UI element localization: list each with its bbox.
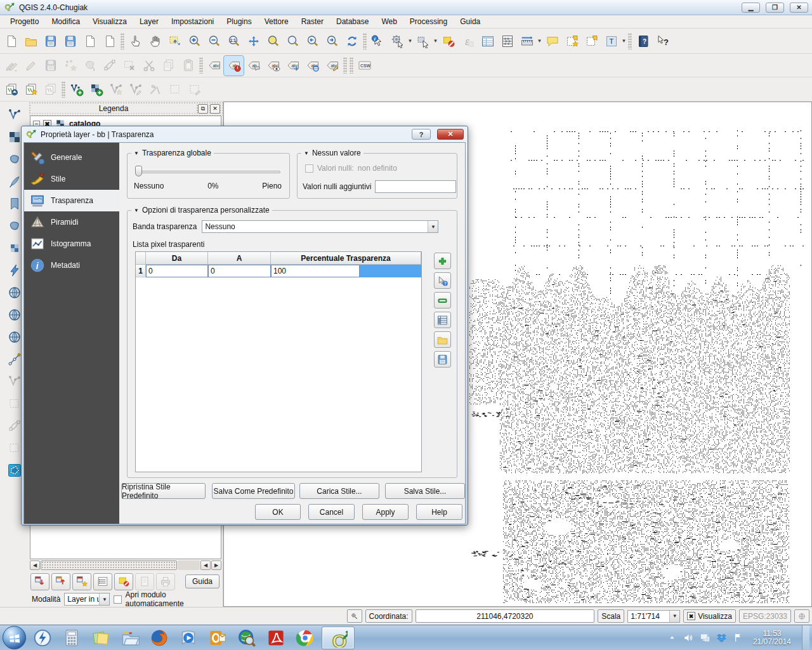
column-header-da[interactable]: Da [146,252,208,265]
labeling-icon[interactable]: abc [204,56,224,76]
ripristina-stile-predefinitobutton[interactable]: Ripristina Stile Predefinito [121,483,206,499]
adobe-reader-icon[interactable] [264,627,288,649]
zoom-actual-icon[interactable]: 1:1 [224,31,244,51]
ok-button[interactable]: OK [255,504,301,520]
map-tips-icon[interactable] [542,31,562,51]
menu-layer[interactable]: Layer [133,16,165,27]
save-project-icon[interactable] [41,31,60,51]
dialog-help-button[interactable]: ? [412,129,431,140]
salva-stile-button[interactable]: Salva Stile... [385,483,465,499]
outlook-icon[interactable] [206,627,230,649]
zoom-last-icon[interactable] [303,31,322,51]
select-features-dropdown-icon[interactable]: ▼ [433,38,438,44]
help-contents-icon[interactable]: ? [633,31,653,51]
volume-icon[interactable] [683,632,694,643]
chevron-down-icon[interactable]: ▼ [99,594,109,605]
properties-tab-istogramma[interactable]: Istogramma [24,233,119,255]
salva-come-predefinitobutton[interactable]: Salva Come Predefinito [212,483,295,499]
crs-globe-icon[interactable] [794,609,809,623]
panel-close-button[interactable]: ✕ [210,104,220,114]
selected-cell-highlight[interactable] [360,265,421,277]
collapse-triangle-icon[interactable]: ▼ [134,208,139,213]
composer-manager-icon[interactable] [100,31,119,51]
default-values-button[interactable] [434,312,451,328]
collapse-triangle-icon[interactable]: ▼ [134,150,139,156]
pan-to-selection-icon[interactable] [165,31,185,51]
text-annotation-icon[interactable]: T [601,31,621,51]
menu-web[interactable]: Web [375,16,403,27]
minimize-button[interactable]: ▁ [742,3,760,13]
identify-icon[interactable]: i [368,31,388,51]
valori-aggiuntivi-input[interactable] [375,180,456,193]
zoom-full-icon[interactable] [244,31,263,51]
text-annotation-dropdown-icon[interactable]: ▼ [621,38,627,44]
results-list-button[interactable] [93,573,112,590]
properties-tab-generale[interactable]: Generale [24,147,119,168]
add-vector-layer-icon[interactable] [67,79,86,99]
menu-processing[interactable]: Processing [403,16,454,27]
measure-dropdown-icon[interactable]: ▼ [537,38,542,44]
chevron-down-icon[interactable]: ▼ [669,611,679,622]
export-to-file-button[interactable] [434,351,451,368]
cell-percentuale[interactable]: 100 [271,265,360,277]
epsg-status[interactable]: EPSG:23033 [739,609,791,623]
touch-zoom-icon[interactable] [126,31,145,51]
show-desktop-button[interactable] [802,625,809,650]
properties-tab-piramidi[interactable]: Piramidi [24,211,119,233]
zoom-in-icon[interactable] [185,31,204,51]
menu-database[interactable]: Database [330,16,375,27]
open-form-button[interactable] [30,573,49,590]
show-bookmarks-icon[interactable] [582,31,601,51]
scale-combo[interactable]: 1:71'714 ▼ [627,610,680,623]
help-button[interactable]: Help [416,504,462,520]
column-header-a[interactable]: A [208,252,271,265]
menu-vettore[interactable]: Vettore [258,16,295,27]
new-project-icon[interactable] [1,31,21,51]
menu-guida[interactable]: Guida [454,16,487,27]
add-raster-layer-icon[interactable] [86,79,106,99]
scrollbar-thumb[interactable] [41,560,177,570]
scroll-left-icon[interactable]: ◀ [30,560,40,570]
row-index[interactable]: 1 [136,265,146,277]
table-row[interactable]: 100100 [136,265,421,277]
measure-icon[interactable] [517,31,537,51]
chrome-icon[interactable] [293,627,317,649]
firefox-icon[interactable] [147,627,171,649]
new-bookmark-icon[interactable] [562,31,582,51]
zoom-to-layer-icon[interactable] [283,31,303,51]
expand-tree-button[interactable] [51,573,70,590]
cell-da[interactable]: 0 [146,265,208,277]
global-transparency-slider[interactable] [134,165,282,178]
properties-tab-metadati[interactable]: iMetadati [24,255,119,276]
sticky-notes-icon[interactable] [89,627,113,649]
add-values-button[interactable] [434,253,451,269]
deselect-features-icon[interactable] [438,31,458,51]
calculator-icon[interactable] [60,627,84,649]
cancel-button[interactable]: Cancel [308,504,355,520]
composer-new-icon[interactable] [21,79,41,99]
properties-tab-stile[interactable]: Stile [24,168,119,190]
new-composer-icon[interactable] [80,31,100,51]
field-calculator-icon[interactable] [497,31,517,51]
menu-modifica[interactable]: Modifica [45,16,86,27]
start-button[interactable] [3,626,26,649]
coordinate-input[interactable]: 211046,4720320 [416,609,595,623]
run-feature-action-icon[interactable] [388,31,407,51]
properties-tab-trasparenza[interactable]: Trasparenza [24,190,119,211]
modalita-combo[interactable]: Layer in u ▼ [64,593,110,606]
label-rotate-icon[interactable]: abc [303,56,322,76]
label-highlight-icon[interactable]: ab [244,56,263,76]
zoom-to-selection-icon[interactable] [263,31,283,51]
run-feature-action-dropdown-icon[interactable]: ▼ [407,38,413,44]
gis-browser-icon[interactable] [235,627,259,649]
menu-impostazioni[interactable]: Impostazioni [165,16,220,27]
chevron-down-icon[interactable]: ▼ [428,221,438,232]
network-icon[interactable] [700,632,710,643]
scroll-right-icon[interactable]: ▶ [211,560,221,570]
open-project-icon[interactable] [21,31,41,51]
new-results-button[interactable] [72,573,91,590]
action-center-icon[interactable] [733,632,743,643]
save-project-as-icon[interactable] [60,31,80,51]
band-combo[interactable]: Nessuno ▼ [202,220,438,233]
label-properties-icon[interactable]: abc [322,56,342,76]
